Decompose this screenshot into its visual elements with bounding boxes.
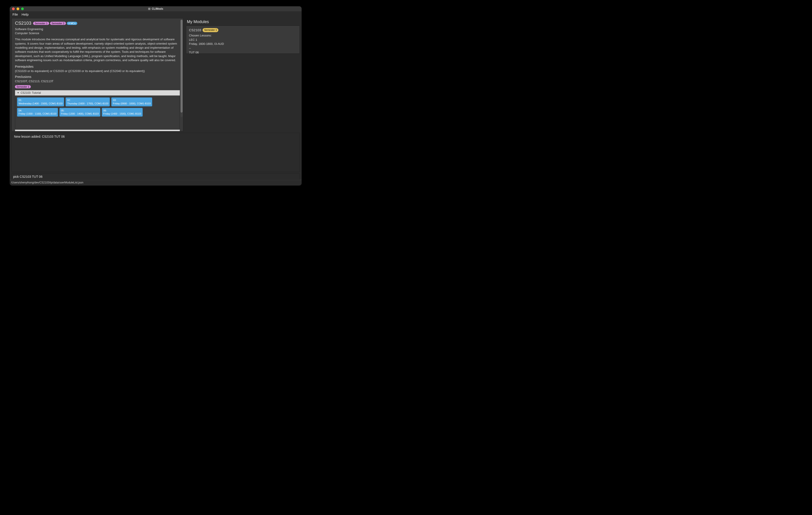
slot-detail: Thursday (1600 - 1700), COM1-B103 [67, 102, 108, 105]
my-modules-title: My Modules [186, 18, 300, 26]
slot-detail: Friday (1000 - 1100), COM1-B103 [19, 112, 56, 115]
slot-num: 01: [19, 98, 62, 102]
my-module-header: CS2103 Semester 1 [189, 28, 297, 33]
titlebar: CLIMods [10, 6, 301, 11]
bottom-area: New lesson added: CS2103 TUT 06 [10, 131, 301, 180]
preclusions-label: Preclusions [15, 75, 180, 79]
slot-detail: Friday (1400 - 1500), COM1-B103 [103, 112, 141, 115]
lecture-accordion-header[interactable]: ▶ CS2103: Lecture [15, 129, 180, 131]
app-window: CLIMods File Help CS2103 Semester 1 Seme… [10, 6, 301, 185]
lesson-line: TUT 06 [189, 51, 297, 54]
semester-1-pill: Semester 1 [33, 22, 49, 25]
slot-num: 02: [67, 98, 108, 102]
active-semester-pill: Semester 1 [15, 85, 31, 88]
module-detail-pane: CS2103 Semester 1 Semester 2 4 MCs Softw… [11, 18, 183, 131]
slot-num: 04: [19, 109, 56, 112]
scrollbar-thumb[interactable] [180, 20, 183, 113]
my-module-sem-pill: Semester 1 [203, 28, 219, 32]
tutorial-slots: 01: Wednesday (1400 - 1500), COM1-B103 0… [15, 96, 180, 129]
app-icon [148, 8, 150, 10]
result-display: New lesson added: CS2103 TUT 06 [11, 133, 300, 172]
slot-num: 03: [113, 98, 151, 102]
slot-num: 05: [61, 109, 99, 112]
tutorial-header-text: CS2103: Tutorial [21, 91, 41, 94]
menu-help[interactable]: Help [22, 12, 29, 16]
prerequisites-label: Prerequisites [15, 65, 180, 68]
status-path: /Users/shenyihong/dev/CS2103/tp/data/use… [11, 181, 83, 184]
lesson-line: -- [189, 46, 297, 51]
tutorial-slot[interactable]: 03: Friday (0900 - 1000), COM1-B103 [111, 97, 152, 107]
my-module-card: CS2103 Semester 1 Chosen Lessons: LEC 1 … [186, 26, 300, 54]
credits-pill: 4 MCs [67, 22, 77, 25]
tutorial-slot[interactable]: 01: Wednesday (1400 - 1500), COM1-B103 [17, 97, 64, 107]
tutorial-slot[interactable]: 04: Friday (1000 - 1100), COM1-B103 [17, 108, 58, 117]
chevron-down-icon: ▼ [17, 91, 19, 94]
slot-detail: Wednesday (1400 - 1500), COM1-B103 [19, 102, 62, 105]
command-input[interactable] [13, 175, 298, 178]
chevron-right-icon: ▶ [17, 131, 19, 131]
preclusions-body: CS2103T, CS2113, CS2113T [15, 80, 180, 83]
command-box[interactable] [11, 174, 300, 180]
slot-num: 06: [103, 109, 141, 112]
statusbar: /Users/shenyihong/dev/CS2103/tp/data/use… [10, 180, 301, 185]
my-modules-pane: My Modules CS2103 Semester 1 Chosen Less… [186, 18, 300, 131]
slot-detail: Friday (1300 - 1400), COM1-B103 [61, 112, 99, 115]
prerequisites-body: (CS1020 or its equivalent) or CS2020 or … [15, 69, 180, 73]
module-code: CS2103 [15, 21, 31, 26]
tutorial-slot[interactable]: 06: Friday (1400 - 1500), COM1-B103 [102, 108, 143, 117]
module-title: Software Engineering [15, 27, 180, 31]
window-title: CLIMods [10, 7, 301, 10]
main-content: CS2103 Semester 1 Semester 2 4 MCs Softw… [10, 17, 301, 131]
tutorial-accordion-header[interactable]: ▼ CS2103: Tutorial [15, 90, 180, 96]
my-module-code: CS2103 [189, 28, 201, 33]
chosen-lessons-label: Chosen Lessons: [189, 33, 297, 38]
tutorial-accordion: ▼ CS2103: Tutorial 01: Wednesday (1400 -… [15, 90, 180, 131]
slot-detail: Friday (0900 - 1000), COM1-B103 [113, 102, 151, 105]
module-description: This module introduces the necessary con… [15, 37, 180, 62]
lecture-header-text: CS2103: Lecture [20, 131, 40, 131]
lesson-line: LEC 1 [189, 38, 297, 42]
lesson-line: Friday, 1600-1800, I3-AUD [189, 42, 297, 46]
module-dept: Computer Science [15, 31, 180, 35]
window-title-text: CLIMods [152, 7, 163, 10]
module-header: CS2103 Semester 1 Semester 2 4 MCs [15, 21, 180, 26]
menu-file[interactable]: File [12, 12, 18, 16]
tutorial-slot[interactable]: 02: Thursday (1600 - 1700), COM1-B103 [65, 97, 110, 107]
semester-2-pill: Semester 2 [50, 22, 66, 25]
result-text: New lesson added: CS2103 TUT 06 [14, 135, 65, 139]
menubar: File Help [10, 11, 301, 17]
tutorial-slot[interactable]: 05: Friday (1300 - 1400), COM1-B103 [59, 108, 100, 117]
